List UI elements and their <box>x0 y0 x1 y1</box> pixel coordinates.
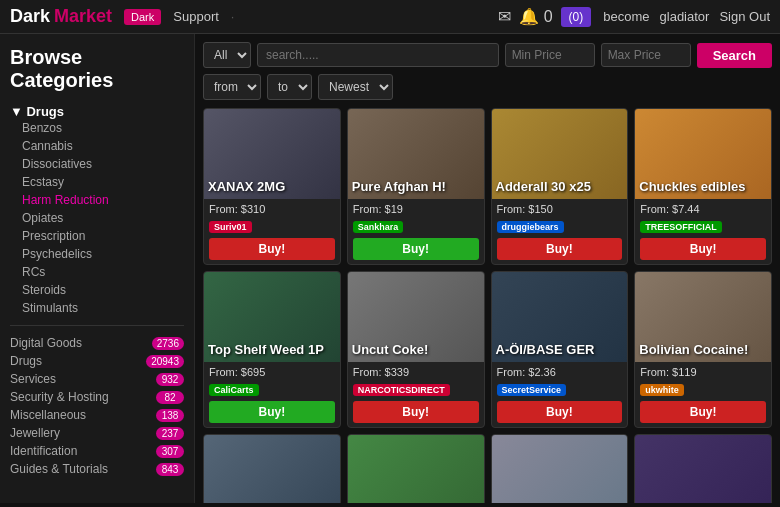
product-card-7: Bolivian Cocaine! From: $119 ukwhite Buy… <box>634 271 772 428</box>
to-select[interactable]: to <box>267 74 312 100</box>
sidebar-item-identification[interactable]: Identification307 <box>10 442 184 460</box>
bell-icon[interactable]: 🔔 0 <box>519 7 552 26</box>
sidebar-item-digital-goods[interactable]: Digital Goods2736 <box>10 334 184 352</box>
product-body-2: From: $150 druggiebears Buy! <box>492 199 628 264</box>
subcat-dissociatives[interactable]: Dissociatives <box>22 155 184 173</box>
product-title-1: Pure Afghan H! <box>352 179 446 195</box>
product-image-9: NEW OG <box>348 435 484 503</box>
product-body-1: From: $19 Sankhara Buy! <box>348 199 484 264</box>
product-body-4: From: $695 CaliCarts Buy! <box>204 362 340 427</box>
product-card-6: A-ÖI/BASE GER From: $2.36 SecretService … <box>491 271 629 428</box>
subcat-steroids[interactable]: Steroids <box>22 281 184 299</box>
product-body-7: From: $119 ukwhite Buy! <box>635 362 771 427</box>
subcat-cannabis[interactable]: Cannabis <box>22 137 184 155</box>
product-price-3: From: $7.44 <box>640 203 766 215</box>
sidebar-item-guides-&-tutorials[interactable]: Guides & Tutorials843 <box>10 460 184 478</box>
search-button[interactable]: Search <box>697 43 772 68</box>
seller-badge-4[interactable]: CaliCarts <box>209 384 259 396</box>
seller-badge-2[interactable]: druggiebears <box>497 221 564 233</box>
buy-button-6[interactable]: Buy! <box>497 401 623 423</box>
cart-button[interactable]: (0) <box>561 7 592 27</box>
sidebar-item-drugs[interactable]: Drugs20943 <box>10 352 184 370</box>
logo: DarkMarket <box>10 6 112 27</box>
subcat-stimulants[interactable]: Stimulants <box>22 299 184 317</box>
max-price-input[interactable] <box>601 43 691 67</box>
buy-button-3[interactable]: Buy! <box>640 238 766 260</box>
drugs-subcategory-list: Benzos Cannabis Dissociatives Ecstasy Ha… <box>22 119 184 317</box>
product-image-2: Adderall 30 x25 <box>492 109 628 199</box>
product-price-5: From: $339 <box>353 366 479 378</box>
product-card-0: XANAX 2MG From: $310 Suriv01 Buy! <box>203 108 341 265</box>
product-card-4: Top Shelf Weed 1P From: $695 CaliCarts B… <box>203 271 341 428</box>
seller-badge-3[interactable]: TREESOFFICIAL <box>640 221 722 233</box>
product-image-4: Top Shelf Weed 1P <box>204 272 340 362</box>
buy-button-1[interactable]: Buy! <box>353 238 479 260</box>
drugs-toggle[interactable]: ▼ Drugs <box>10 104 184 119</box>
mail-icon[interactable]: ✉ <box>498 7 511 26</box>
buy-button-0[interactable]: Buy! <box>209 238 335 260</box>
product-image-11: DMT <box>635 435 771 503</box>
become-link[interactable]: become <box>603 9 649 24</box>
search-input[interactable] <box>257 43 499 67</box>
product-image-0: XANAX 2MG <box>204 109 340 199</box>
subcat-benzos[interactable]: Benzos <box>22 119 184 137</box>
sidebar-item-security-&-hosting[interactable]: Security & Hosting82 <box>10 388 184 406</box>
product-body-3: From: $7.44 TREESOFFICIAL Buy! <box>635 199 771 264</box>
subcat-rcs[interactable]: RCs <box>22 263 184 281</box>
seller-badge-0[interactable]: Suriv01 <box>209 221 252 233</box>
min-price-input[interactable] <box>505 43 595 67</box>
product-grid: XANAX 2MG From: $310 Suriv01 Buy! Pure A… <box>203 108 772 503</box>
sidebar: Browse Categories ▼ Drugs Benzos Cannabi… <box>0 34 195 503</box>
logo-dark: Dark <box>10 6 50 27</box>
product-body-6: From: $2.36 SecretService Buy! <box>492 362 628 427</box>
buy-button-5[interactable]: Buy! <box>353 401 479 423</box>
product-price-1: From: $19 <box>353 203 479 215</box>
subcat-opiates[interactable]: Opiates <box>22 209 184 227</box>
buy-button-2[interactable]: Buy! <box>497 238 623 260</box>
product-price-2: From: $150 <box>497 203 623 215</box>
subcat-harm-reduction[interactable]: Harm Reduction <box>22 191 184 209</box>
logo-market: Market <box>54 6 112 27</box>
seller-badge-1[interactable]: Sankhara <box>353 221 404 233</box>
dark-mode-badge[interactable]: Dark <box>124 9 161 25</box>
product-title-6: A-ÖI/BASE GER <box>496 342 595 358</box>
product-title-3: Chuckles edibles <box>639 179 745 195</box>
header: DarkMarket Dark Support · ✉ 🔔 0 (0) beco… <box>0 0 780 34</box>
product-price-6: From: $2.36 <box>497 366 623 378</box>
search-bar: All Search <box>203 42 772 68</box>
category-select[interactable]: All <box>203 42 251 68</box>
sidebar-item-miscellaneous[interactable]: Miscellaneous138 <box>10 406 184 424</box>
content-area: All Search from to Newest XANAX 2MG <box>195 34 780 503</box>
main-layout: Browse Categories ▼ Drugs Benzos Cannabi… <box>0 34 780 503</box>
sidebar-title: Browse Categories <box>10 46 184 92</box>
product-price-4: From: $695 <box>209 366 335 378</box>
product-card-5: Uncut Coke! From: $339 NARCOTICSDIRECT B… <box>347 271 485 428</box>
product-card-2: Adderall 30 x25 From: $150 druggiebears … <box>491 108 629 265</box>
product-image-10: Sandoz <box>492 435 628 503</box>
signout-link[interactable]: Sign Out <box>719 9 770 24</box>
product-card-9: NEW OG From: $45 OGSeller Buy! <box>347 434 485 503</box>
support-link[interactable]: Support <box>173 9 219 24</box>
username-link[interactable]: gladiator <box>660 9 710 24</box>
product-title-4: Top Shelf Weed 1P <box>208 342 324 358</box>
seller-badge-6[interactable]: SecretService <box>497 384 567 396</box>
subcat-prescription[interactable]: Prescription <box>22 227 184 245</box>
product-image-3: Chuckles edibles <box>635 109 771 199</box>
product-card-8: 1g Raw From: $15 RawSupplier Buy! <box>203 434 341 503</box>
sort-select[interactable]: Newest <box>318 74 393 100</box>
subcat-ecstasy[interactable]: Ecstasy <box>22 173 184 191</box>
from-select[interactable]: from <box>203 74 261 100</box>
seller-badge-7[interactable]: ukwhite <box>640 384 684 396</box>
product-body-5: From: $339 NARCOTICSDIRECT Buy! <box>348 362 484 427</box>
buy-button-7[interactable]: Buy! <box>640 401 766 423</box>
product-image-1: Pure Afghan H! <box>348 109 484 199</box>
sidebar-item-services[interactable]: Services932 <box>10 370 184 388</box>
buy-button-4[interactable]: Buy! <box>209 401 335 423</box>
sidebar-item-jewellery[interactable]: Jewellery237 <box>10 424 184 442</box>
seller-badge-5[interactable]: NARCOTICSDIRECT <box>353 384 450 396</box>
product-image-7: Bolivian Cocaine! <box>635 272 771 362</box>
product-title-2: Adderall 30 x25 <box>496 179 591 195</box>
drugs-category: ▼ Drugs Benzos Cannabis Dissociatives Ec… <box>10 104 184 317</box>
header-right: become gladiator Sign Out <box>603 9 770 24</box>
subcat-psychedelics[interactable]: Psychedelics <box>22 245 184 263</box>
